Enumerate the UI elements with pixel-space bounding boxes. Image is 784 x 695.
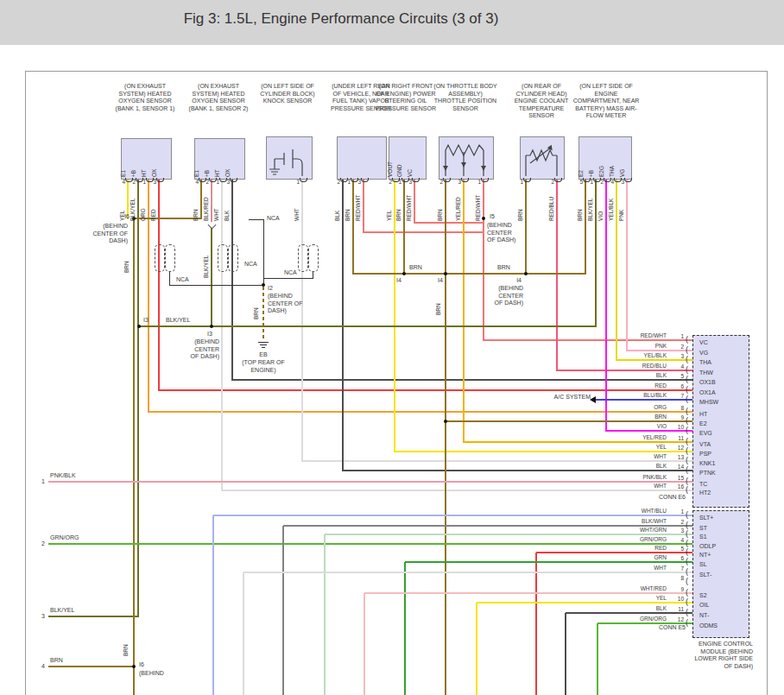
ecm-pin-signal: OX1A [699, 389, 743, 397]
ecm-pin-number: 7 [668, 393, 684, 401]
inline-connector [308, 244, 319, 272]
inline-connector [155, 244, 165, 272]
pin-arc [481, 178, 489, 182]
wire-label-blk-yel-bus: BLK/YEL [166, 317, 200, 325]
sensor-pin-signal: HT [141, 155, 148, 177]
junction-dot [132, 665, 136, 668]
pin-arc [443, 178, 451, 182]
ecm-wire-label: YEL [594, 444, 667, 452]
pin-arc [361, 178, 369, 182]
wire-e5-oil-wire [476, 603, 477, 695]
ecm-pin-number: 8 [668, 575, 684, 583]
wire-psps-gnd-wire [403, 178, 405, 275]
junction-loc-i4-c: (BEHIND CENTER OF DASH) [489, 285, 523, 307]
ecm-pin-number: 10 [668, 596, 684, 603]
wire-ho2s2-b-wire-lower [211, 228, 212, 327]
ground-symbol-bar [260, 344, 267, 345]
wire-knock-signal-wire [301, 178, 303, 462]
wire-label-brn: BRN [123, 247, 130, 273]
ecm-pin-signal: HT2 [699, 490, 743, 497]
junction-label-i2: I2 [268, 285, 285, 293]
junction-dot [210, 325, 213, 328]
ecm-pin-number: 8 [668, 405, 684, 413]
ecm-pin-number: 16 [668, 483, 684, 491]
ecm-wire-label: ORG [594, 404, 667, 412]
sensor-label-ho2s-b1s2: (ON EXHAUST SYSTEM) HEATED OXYGEN SENSOR… [184, 83, 253, 112]
ecm-pin-bracket: ( [686, 407, 688, 415]
sensor-wire-label: BLK [334, 183, 341, 221]
wire-vapor-sig-wire [342, 178, 344, 471]
ecm-pin-number: 5 [668, 546, 684, 553]
junction-loc-i5: (BEHIND CENTER OF DASH) [487, 222, 518, 244]
junction-label-i3-left: I3 [143, 317, 155, 325]
ecm-pin-signal: VTA [699, 441, 743, 449]
sensor-pin-signal: HT [214, 155, 221, 177]
ecm-pin-bracket: ( [686, 335, 688, 344]
sensor-wire-label: VIO [597, 183, 604, 221]
junction-loc-i6-top: (BEHIND CENTER OF DASH) [83, 223, 128, 245]
wire-tps-gnd-wire [445, 178, 446, 695]
sensor-pin-signal: +B [204, 155, 211, 177]
left-tap-wire-label: BLK/YEL [50, 607, 102, 615]
ecm-pin-number: 15 [668, 475, 684, 483]
ecm-pin-signal: OIL [699, 602, 743, 610]
wire-ho2s2-ht-wire [221, 178, 223, 491]
ecm-pin-number: 14 [668, 464, 684, 471]
ecm-conn-label: CONN E6 [613, 494, 686, 502]
sensor-label-ps-oil-pressure-sensor: (ON RIGHT FRONT OF ENGINE) POWER STEERIN… [374, 83, 438, 112]
ecm-pin-number: 4 [668, 537, 684, 545]
ecm-pin-bracket: ( [686, 365, 688, 374]
ecm-wire-label: WHT [594, 483, 667, 490]
ecm-pin-bracket: ( [686, 345, 688, 354]
ecm-wire-label: PNK/BLK [594, 474, 667, 482]
sensor-box-vapor-pressure-sensor [337, 136, 387, 180]
ecm-pin-number: 2 [668, 519, 684, 527]
ecm-pin-signal: VC [699, 339, 743, 347]
junction-dot [262, 283, 265, 287]
junction-label-i5: I5 [490, 213, 503, 221]
ecm-pin-bracket: ( [686, 510, 688, 519]
sensor-wire-label: BLK/YEL [130, 183, 136, 221]
ecm-pin-number: 2 [668, 344, 684, 351]
ecm-pin-signal: ODLP [699, 543, 743, 551]
ecm-wire-label: WHT/RED [594, 585, 667, 593]
sensor-label-throttle-position-sensor: (ON THROTTLE BODY ASSEMBLY) THROTTLE POS… [432, 83, 499, 112]
left-tap-wire-label: BRN [50, 657, 102, 665]
ecm-pin-number: 13 [668, 454, 684, 462]
sensor-pin-signal: OX [151, 155, 158, 177]
pin-arc [523, 178, 531, 182]
ecm-pin-signal: PSP [699, 451, 743, 458]
nca-label-4: NCA [284, 269, 303, 277]
ecm-pin-bracket: ( [686, 437, 688, 445]
junction-label-i6-bottom: I6 [139, 661, 153, 669]
wire-tap4-brn-wire [48, 666, 135, 667]
inline-connector [298, 244, 308, 272]
wire-label-blk-yel: BLK/YEL [203, 242, 210, 278]
wire-maf-b-wire [595, 178, 597, 327]
pin-arc [230, 178, 237, 182]
ecm-pin-signal: ST [699, 525, 743, 533]
pin-arc [412, 178, 420, 182]
sensor-pin-signal: +B [130, 155, 137, 177]
ecm-pin-number: 12 [668, 445, 684, 452]
sensor-wire-label: RED/WHT [355, 183, 362, 221]
sensor-wire-label: BLK [224, 183, 231, 221]
wire-label-brn-i4b: BRN [497, 264, 518, 272]
wire-i3-bus-wire [139, 325, 597, 327]
ecm-pin-number: 9 [668, 414, 684, 422]
wire-vapor-vc-wire [364, 231, 484, 233]
left-tap-number: 4 [35, 663, 45, 671]
ecm-pin-signal: SLT- [699, 572, 743, 579]
ecm-wire-label: BLK [594, 605, 667, 613]
ecm-pin-bracket: ( [686, 539, 688, 547]
sensor-pin-signal: VOUT [387, 155, 394, 177]
sensor-wire-label: RED/WHT [475, 183, 482, 221]
ecm-pin-number: 10 [668, 424, 684, 432]
ecm-wire-label: GRN [594, 554, 667, 562]
ecm-wire-label: BRN [594, 414, 667, 421]
sensor-wire-label: WHT [213, 183, 220, 221]
wire-e5-s1-wire [324, 534, 326, 695]
ecm-pin-number: 1 [668, 509, 684, 516]
wire-maf-vg-wire [626, 178, 628, 351]
ecm-wire-label: PNK [594, 343, 667, 351]
